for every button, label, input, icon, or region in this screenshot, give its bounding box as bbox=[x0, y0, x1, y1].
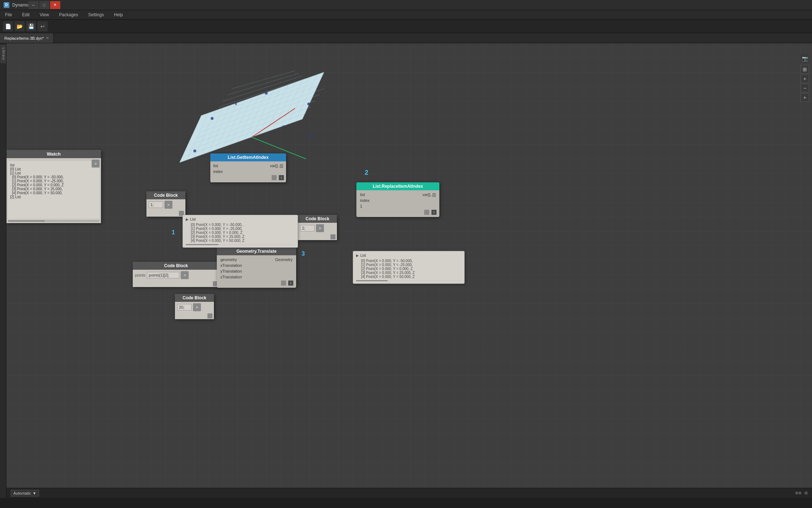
tab-main[interactable]: ReplaceItems-3B.dyn* ✕ bbox=[0, 33, 54, 43]
number-label-3-dot: 3 bbox=[302, 251, 305, 257]
zoom-out-button[interactable]: − bbox=[800, 84, 809, 92]
get-item-port-list: list var[]..[]] bbox=[212, 163, 285, 169]
connect-icon: ⊕⊕ bbox=[795, 491, 802, 495]
code-block-20-footer bbox=[175, 313, 214, 319]
zoom-controls: ⊞ + − + bbox=[800, 65, 809, 102]
get-item-tooltip: ▶ List [0] Point(X = 0.000, Y = -50.000,… bbox=[183, 215, 298, 248]
code-block-1-footer bbox=[146, 210, 185, 217]
get-item-pin-icon[interactable] bbox=[272, 175, 277, 180]
library-sidebar: Library bbox=[0, 43, 6, 498]
toolbar: 📄 📂 💾 ↩ bbox=[0, 19, 812, 33]
code-block-1-output-btn[interactable]: > bbox=[164, 201, 172, 209]
menu-view[interactable]: View bbox=[38, 12, 51, 18]
watch-content: list [0] List [1] List [0] Point(X = 0.0… bbox=[8, 161, 100, 219]
watch-header: Watch bbox=[6, 150, 101, 158]
replace-item-body: list var[]..[]] index 1 i bbox=[356, 190, 439, 217]
library-tab[interactable]: Library bbox=[0, 45, 6, 63]
code-block-2-value[interactable]: 2; bbox=[300, 225, 315, 231]
code-block-20-body: 20; > bbox=[175, 302, 214, 313]
code-block-1: Code Block 1; > bbox=[146, 191, 185, 217]
watch-body: > list [0] List [1] List [0] Point(X = 0… bbox=[6, 158, 101, 223]
svg-point-40 bbox=[235, 103, 237, 105]
svg-point-41 bbox=[282, 125, 285, 127]
geo-translate-header: Geometry.Translate bbox=[217, 247, 296, 255]
code-block-1-header: Code Block bbox=[146, 191, 185, 199]
zoom-reset-button[interactable]: + bbox=[800, 93, 809, 102]
menubar: File Edit View Packages Settings Help bbox=[0, 10, 812, 19]
replace-pin[interactable] bbox=[424, 210, 429, 215]
code-block-points-value[interactable]: points[1][2]; bbox=[147, 272, 179, 278]
code-block-points-header: Code Block bbox=[133, 262, 219, 270]
code-block-2-header: Code Block bbox=[298, 215, 337, 223]
zoom-in-button[interactable]: + bbox=[800, 74, 809, 83]
watch-scrollbar[interactable] bbox=[8, 220, 100, 222]
item-port-label: 1 bbox=[359, 204, 364, 208]
replace-item-header: List.ReplaceItemAtIndex bbox=[356, 182, 439, 190]
tab-label: ReplaceItems-3B.dyn* bbox=[4, 36, 44, 40]
code-block-2-body: 2; > bbox=[298, 223, 337, 234]
code-block-1-body: 1; > bbox=[146, 199, 185, 210]
menu-packages[interactable]: Packages bbox=[57, 12, 80, 18]
code-block-1-value[interactable]: 1; bbox=[149, 201, 163, 208]
code-block-points-footer bbox=[133, 281, 219, 287]
app-icon: D bbox=[4, 2, 9, 8]
menu-file[interactable]: File bbox=[3, 12, 14, 18]
number-label-2: 2 bbox=[365, 169, 368, 177]
code-block-20-header: Code Block bbox=[175, 294, 214, 302]
svg-point-39 bbox=[310, 134, 312, 137]
replace-item-node: List.ReplaceItemAtIndex list var[]..[]] … bbox=[356, 182, 439, 217]
get-item-node: List.GetItemAtIndex list var[]..[]] inde… bbox=[210, 153, 286, 182]
get-item-port-index: index bbox=[212, 169, 285, 174]
code-block-20-output-btn[interactable]: > bbox=[193, 303, 201, 311]
new-button[interactable]: 📄 bbox=[3, 21, 13, 31]
tabbar: ReplaceItems-3B.dyn* ✕ bbox=[0, 33, 812, 43]
number-label-1-dot: 1 bbox=[172, 229, 175, 236]
menu-edit[interactable]: Edit bbox=[20, 12, 32, 18]
code-block-points-output-btn[interactable]: > bbox=[181, 271, 189, 279]
tab-close-icon[interactable]: ✕ bbox=[46, 36, 49, 40]
close-button[interactable]: ✕ bbox=[50, 1, 60, 9]
svg-point-36 bbox=[265, 92, 268, 95]
geo-translate-pin[interactable] bbox=[281, 281, 286, 286]
code-block-2: Code Block 2; > bbox=[298, 215, 337, 240]
svg-marker-0 bbox=[180, 72, 324, 162]
get-item-header: List.GetItemAtIndex bbox=[210, 153, 286, 161]
status-icons: ⊕⊕ ⊞ bbox=[795, 491, 808, 495]
save-button[interactable]: 💾 bbox=[26, 21, 36, 31]
code-block-20-pin[interactable] bbox=[207, 313, 212, 318]
canvas[interactable]: Watch > list [0] List [1] List [0] Point… bbox=[6, 43, 812, 498]
statusbar: Automatic ▼ ⊕⊕ ⊞ bbox=[6, 488, 812, 498]
svg-point-37 bbox=[307, 103, 310, 105]
camera-button[interactable]: 📷 bbox=[800, 54, 809, 63]
maximize-button[interactable]: □ bbox=[39, 1, 49, 9]
geo-translate-info[interactable]: i bbox=[288, 281, 293, 286]
open-button[interactable]: 📂 bbox=[14, 21, 25, 31]
menu-help[interactable]: Help bbox=[112, 12, 125, 18]
window-controls: ─ □ ✕ bbox=[28, 1, 60, 9]
undo-button[interactable]: ↩ bbox=[38, 21, 48, 31]
execution-mode-dropdown[interactable]: Automatic ▼ bbox=[11, 490, 39, 496]
replace-tooltip: ▶ List [0] Point(X = 0.000, Y = -50.000,… bbox=[353, 251, 465, 284]
minimize-button[interactable]: ─ bbox=[28, 1, 39, 9]
code-block-20-value[interactable]: 20; bbox=[177, 304, 192, 311]
svg-point-35 bbox=[211, 117, 214, 120]
watch-output-button[interactable]: > bbox=[92, 160, 100, 168]
code-block-20: Code Block 20; > bbox=[175, 294, 214, 319]
code-block-2-pin[interactable] bbox=[330, 234, 335, 239]
screenshot-icon[interactable]: ⊞ bbox=[800, 65, 809, 74]
get-item-body: list var[]..[]] index i bbox=[210, 161, 286, 182]
watch-node: Watch > list [0] List [1] List [0] Point… bbox=[6, 150, 101, 223]
geo-translate-node: Geometry.Translate geometry Geometry xTr… bbox=[217, 247, 296, 288]
app-title: Dynamo bbox=[12, 3, 28, 8]
get-item-info-icon[interactable]: i bbox=[279, 175, 284, 180]
titlebar: D Dynamo ─ □ ✕ bbox=[0, 0, 812, 10]
code-block-points-body: points points[1][2]; > bbox=[133, 270, 219, 281]
main-area: Library bbox=[0, 43, 812, 498]
code-block-2-output-btn[interactable]: > bbox=[316, 224, 324, 232]
code-block-points: Code Block points points[1][2]; > bbox=[133, 262, 219, 287]
menu-settings[interactable]: Settings bbox=[86, 12, 106, 18]
geo-translate-body: geometry Geometry xTranslation yTranslat… bbox=[217, 255, 296, 288]
svg-point-38 bbox=[193, 149, 196, 152]
replace-info[interactable]: i bbox=[431, 210, 436, 215]
watch-scrollbar-thumb bbox=[8, 220, 45, 222]
